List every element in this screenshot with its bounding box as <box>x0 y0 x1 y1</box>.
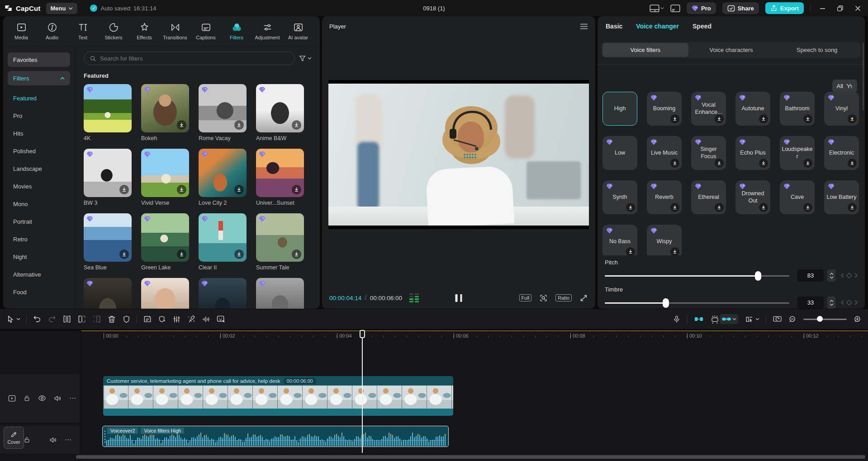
filter-card[interactable]: Vivid Verse <box>141 149 189 206</box>
mute-icon[interactable] <box>54 395 62 402</box>
panel-layout-button[interactable] <box>670 5 680 12</box>
ratio-button[interactable]: Ratio <box>555 294 572 301</box>
voice-mode-segment[interactable]: Voice filters <box>602 43 688 57</box>
filter-thumbnail[interactable] <box>199 84 247 132</box>
download-icon[interactable] <box>715 203 724 212</box>
filter-card[interactable]: Sea Blue <box>84 213 132 271</box>
preview-axis-button[interactable] <box>710 315 720 324</box>
tab-text[interactable]: Text <box>67 22 98 40</box>
filter-category-item[interactable]: Food <box>8 283 70 301</box>
filter-card[interactable]: BW 3 <box>84 149 132 206</box>
voice-filter-card[interactable]: Vocal Enhance... <box>691 92 726 126</box>
voice-filter-card[interactable]: Ethereal <box>691 180 726 214</box>
voice-filter-card[interactable]: Echo Plus <box>735 136 770 170</box>
filter-category-item[interactable]: Pro <box>8 107 70 125</box>
filter-card[interactable]: Clear II <box>199 213 247 271</box>
filter-thumbnail[interactable] <box>141 213 189 262</box>
split-keep-left-button[interactable] <box>77 315 86 324</box>
filter-sort-button[interactable] <box>299 55 312 62</box>
tab-basic[interactable]: Basic <box>606 23 622 30</box>
download-icon[interactable] <box>759 203 768 212</box>
filter-category-item[interactable]: Hits <box>8 125 70 142</box>
zoom-out-button[interactable] <box>788 315 797 324</box>
mixer-button[interactable] <box>172 315 181 324</box>
download-icon[interactable] <box>670 159 679 168</box>
filter-card[interactable]: Love City 2 <box>199 149 247 206</box>
voice-filter-card[interactable]: Electronic <box>824 136 859 170</box>
download-icon[interactable] <box>234 120 244 130</box>
full-quality-button[interactable]: Full <box>519 294 532 301</box>
undo-button[interactable] <box>33 315 42 324</box>
timbre-keyframe-controls[interactable] <box>841 300 858 305</box>
filter-thumbnail[interactable] <box>199 213 247 262</box>
download-icon[interactable] <box>626 247 635 255</box>
filter-thumbnail[interactable] <box>84 278 132 309</box>
download-icon[interactable] <box>670 247 679 255</box>
delete-button[interactable] <box>107 315 116 324</box>
download-icon[interactable] <box>848 203 857 212</box>
filter-category-item[interactable]: Retro <box>8 230 70 248</box>
download-icon[interactable] <box>626 203 635 212</box>
tab-captions[interactable]: Captions <box>190 22 221 40</box>
filter-thumbnail[interactable] <box>256 84 304 132</box>
mask-button[interactable] <box>122 315 131 324</box>
filter-card[interactable] <box>256 278 304 309</box>
pitch-stepper[interactable] <box>827 269 835 282</box>
filter-thumbnail[interactable] <box>141 84 189 132</box>
download-icon[interactable] <box>803 114 812 123</box>
timeline-zoom-slider[interactable] <box>803 316 847 322</box>
download-icon[interactable] <box>177 185 186 194</box>
voice-filter-card[interactable]: Drowned Out <box>735 180 770 214</box>
download-icon[interactable] <box>759 114 768 123</box>
pitch-value[interactable]: 83 <box>797 269 824 282</box>
download-icon[interactable] <box>292 185 301 194</box>
pitch-slider[interactable] <box>605 271 789 281</box>
download-icon[interactable] <box>670 203 679 212</box>
download-icon[interactable] <box>670 114 679 123</box>
filter-category-item[interactable]: Movies <box>8 178 70 195</box>
video-preview[interactable] <box>328 80 589 229</box>
link-clips-button[interactable] <box>720 314 738 324</box>
restore-button[interactable] <box>835 5 846 11</box>
tab-media[interactable]: Media <box>6 22 37 40</box>
search-input[interactable] <box>100 55 289 62</box>
download-icon[interactable] <box>119 249 129 259</box>
voice-filter-card[interactable]: No Bass <box>602 225 637 255</box>
download-icon[interactable] <box>848 159 857 168</box>
filter-card[interactable]: Bokeh <box>141 84 189 141</box>
filter-thumbnail[interactable] <box>256 149 304 197</box>
filter-thumbnail[interactable] <box>84 213 132 262</box>
pitch-keyframe-controls[interactable] <box>841 273 858 278</box>
voice-filter-card[interactable]: Vinyl <box>824 92 859 126</box>
tab-effects[interactable]: Effects <box>129 22 160 40</box>
download-icon[interactable] <box>292 249 301 259</box>
voice-filter-card[interactable]: Cave <box>780 180 815 214</box>
filter-thumbnail[interactable] <box>256 213 304 262</box>
pitch-slider-handle[interactable] <box>755 271 761 281</box>
filter-card[interactable]: Anime B&W <box>256 84 304 141</box>
download-icon[interactable] <box>715 114 724 123</box>
filter-card[interactable]: Green Lake <box>141 213 189 271</box>
tab-ai-avatar[interactable]: AI avatar <box>283 22 313 40</box>
filter-thumbnail[interactable] <box>199 278 247 309</box>
audio-wave-button[interactable] <box>202 315 210 324</box>
timbre-slider-handle[interactable] <box>663 298 669 308</box>
auto-snap-toggle[interactable] <box>694 315 704 323</box>
download-icon[interactable] <box>234 249 244 259</box>
close-button[interactable] <box>852 5 863 11</box>
timeline-ruler[interactable]: 00:00 00:02 00:04 00:06 00:08 00:10 00:1… <box>104 332 868 342</box>
panel-scrollbar[interactable] <box>863 42 864 110</box>
export-button[interactable]: Export <box>765 2 804 14</box>
download-icon[interactable] <box>234 185 244 194</box>
split-keep-right-button[interactable] <box>92 315 101 324</box>
voice-mode-segment[interactable]: Speech to song <box>774 43 860 57</box>
extract-audio-button[interactable] <box>143 315 152 324</box>
pause-button[interactable] <box>455 294 462 302</box>
tab-adjustment[interactable]: Adjustment <box>252 22 283 40</box>
filter-thumbnail[interactable] <box>199 149 247 197</box>
redo-button[interactable] <box>47 315 57 324</box>
menu-button[interactable]: Menu <box>46 3 78 14</box>
tab-filters[interactable]: Filters <box>221 22 252 40</box>
cover-button[interactable]: Cover <box>4 427 24 449</box>
voice-filter-card[interactable]: High <box>602 92 637 126</box>
